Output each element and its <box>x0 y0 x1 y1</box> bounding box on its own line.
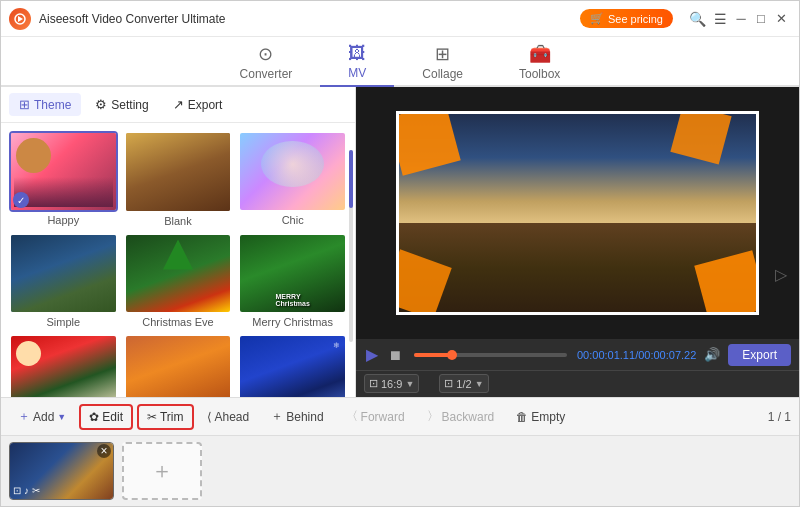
video-preview: ▷ <box>356 87 799 339</box>
timeline-strip: × ⊡ ♪ ✂ ＋ <box>1 435 799 506</box>
theme-item-modern-life[interactable]: Modern Life <box>124 334 233 397</box>
bottom-toolbar: ＋ Add ▼ ✿ Edit ✂ Trim ⟨ Ahead ＋ Behind 〈… <box>1 397 799 435</box>
timeline-add-button[interactable]: ＋ <box>122 442 202 500</box>
timeline-icons: ⊡ ♪ ✂ <box>13 485 40 496</box>
backward-icon: 〉 <box>427 408 439 425</box>
tab-export-panel[interactable]: ↗ Export <box>163 93 233 116</box>
trash-icon: 🗑 <box>516 410 528 424</box>
merry-christmas-text: MERRYChristmas <box>276 293 310 307</box>
theme-thumb-modern-life <box>124 334 233 397</box>
tab-mv[interactable]: 🖼 MV <box>320 37 394 87</box>
close-button[interactable]: ✕ <box>771 9 791 29</box>
theme-item-snowy-night[interactable]: ❄ Snowy Night <box>238 334 347 397</box>
tab-converter[interactable]: ⊙ Converter <box>212 37 321 87</box>
right-panel: ▷ ▶ ⏹ 00:00:01.11/00:00:07.22 🔊 Export <box>356 87 799 397</box>
theme-item-merry-christmas[interactable]: MERRYChristmas Merry Christmas <box>238 233 347 329</box>
zoom-dropdown-arrow: ▼ <box>475 379 484 389</box>
app-logo <box>9 8 31 30</box>
toolbox-icon: 🧰 <box>529 43 551 65</box>
nav-tabs: ⊙ Converter 🖼 MV ⊞ Collage 🧰 Toolbox <box>1 37 799 87</box>
video-frame <box>396 111 759 315</box>
scissors-icon: ✂ <box>147 410 157 424</box>
add-icon: ＋ <box>18 408 30 425</box>
collage-icon: ⊞ <box>435 43 450 65</box>
tab-toolbox[interactable]: 🧰 Toolbox <box>491 37 588 87</box>
svg-marker-1 <box>18 16 23 22</box>
edit-button[interactable]: ✿ Edit <box>79 404 133 430</box>
tab-theme[interactable]: ⊞ Theme <box>9 93 81 116</box>
progress-bar[interactable] <box>414 353 567 357</box>
theme-thumb-snowy-night: ❄ <box>238 334 347 397</box>
mv-icon: 🖼 <box>348 43 366 64</box>
video-controls: ▶ ⏹ 00:00:01.11/00:00:07.22 🔊 Export <box>356 339 799 370</box>
tab-collage[interactable]: ⊞ Collage <box>394 37 491 87</box>
theme-thumb-santa-claus <box>9 334 118 397</box>
zoom-icon: ⊡ <box>444 377 453 390</box>
theme-thumb-chic <box>238 131 347 212</box>
main-area: ⊞ Theme ⚙ Setting ↗ Export <box>1 87 799 397</box>
ahead-button[interactable]: ⟨ Ahead <box>198 405 259 429</box>
titlebar: Aiseesoft Video Converter Ultimate 🛒 See… <box>1 1 799 37</box>
aspect-icon: ⊡ <box>369 377 378 390</box>
edit-icon: ✿ <box>89 410 99 424</box>
panel-tabs: ⊞ Theme ⚙ Setting ↗ Export <box>1 87 355 123</box>
forward-button[interactable]: 〈 Forward <box>337 403 414 430</box>
menu-icon-btn[interactable]: ☰ <box>710 9 731 29</box>
timeline-add-icon: ＋ <box>151 456 173 486</box>
ahead-icon: ⟨ <box>207 410 212 424</box>
backward-button[interactable]: 〉 Backward <box>418 403 504 430</box>
add-button[interactable]: ＋ Add ▼ <box>9 403 75 430</box>
export-button[interactable]: Export <box>728 344 791 366</box>
aspect-dropdown-arrow: ▼ <box>405 379 414 389</box>
theme-item-santa-claus[interactable]: Santa Claus <box>9 334 118 397</box>
setting-tab-icon: ⚙ <box>95 97 107 112</box>
see-pricing-button[interactable]: 🛒 See pricing <box>580 9 673 28</box>
behind-button[interactable]: ＋ Behind <box>262 403 332 430</box>
theme-thumb-merry-christmas: MERRYChristmas <box>238 233 347 314</box>
theme-grid: ✓ Happy Blank <box>1 123 355 397</box>
theme-item-simple[interactable]: Simple <box>9 233 118 329</box>
timeline-close-button[interactable]: × <box>97 444 111 458</box>
tl-music-icon: ♪ <box>24 485 29 496</box>
forward-icon: 〈 <box>346 408 358 425</box>
video-inner <box>396 111 759 315</box>
theme-item-chic[interactable]: Chic <box>238 131 347 227</box>
aspect-ratio-select[interactable]: ⊡ 16:9 ▼ <box>364 374 419 393</box>
cart-icon: 🛒 <box>590 12 604 25</box>
play-button[interactable]: ▶ <box>364 343 380 366</box>
theme-thumb-christmas-eve <box>124 233 233 315</box>
theme-item-happy[interactable]: ✓ Happy <box>9 131 118 227</box>
trim-button[interactable]: ✂ Trim <box>137 404 194 430</box>
theme-item-christmas-eve[interactable]: Christmas Eve <box>124 233 233 329</box>
page-indicator: 1 / 1 <box>768 410 791 424</box>
tl-video-icon: ⊡ <box>13 485 21 496</box>
progress-thumb <box>447 350 457 360</box>
zoom-select[interactable]: ⊡ 1/2 ▼ <box>439 374 488 393</box>
left-panel: ⊞ Theme ⚙ Setting ↗ Export <box>1 87 356 397</box>
triangle-indicator: ▷ <box>775 265 787 284</box>
minimize-button[interactable]: ─ <box>731 9 751 29</box>
theme-item-blank[interactable]: Blank <box>124 131 233 227</box>
app-window: Aiseesoft Video Converter Ultimate 🛒 See… <box>0 0 800 507</box>
video-controls-row2: ⊡ 16:9 ▼ ⊡ 1/2 ▼ <box>356 370 799 397</box>
volume-button[interactable]: 🔊 <box>702 345 722 364</box>
theme-thumb-simple <box>9 233 118 314</box>
app-title: Aiseesoft Video Converter Ultimate <box>39 12 580 26</box>
add-dropdown-arrow: ▼ <box>57 412 66 422</box>
timeline-item[interactable]: × ⊡ ♪ ✂ <box>9 442 114 500</box>
time-display: 00:00:01.11/00:00:07.22 <box>577 349 696 361</box>
export-tab-icon: ↗ <box>173 97 184 112</box>
theme-thumb-blank <box>124 131 233 213</box>
tab-setting[interactable]: ⚙ Setting <box>85 93 158 116</box>
scrollbar[interactable] <box>349 150 353 342</box>
converter-icon: ⊙ <box>258 43 273 65</box>
behind-icon: ＋ <box>271 408 283 425</box>
search-icon-btn[interactable]: 🔍 <box>685 9 710 29</box>
theme-tab-icon: ⊞ <box>19 97 30 112</box>
stop-button[interactable]: ⏹ <box>386 345 404 365</box>
tl-scissors-icon: ✂ <box>32 485 40 496</box>
theme-thumb-happy: ✓ <box>9 131 118 212</box>
empty-button[interactable]: 🗑 Empty <box>507 405 574 429</box>
maximize-button[interactable]: □ <box>751 9 771 29</box>
